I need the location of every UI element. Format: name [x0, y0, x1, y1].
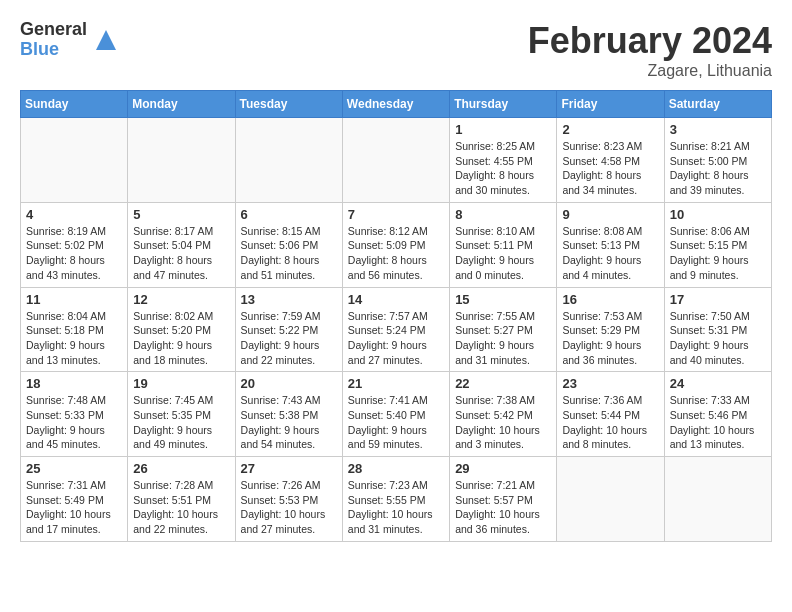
calendar-week-row: 4Sunrise: 8:19 AM Sunset: 5:02 PM Daylig…	[21, 202, 772, 287]
page-header: General Blue February 2024 Zagare, Lithu…	[20, 20, 772, 80]
day-info: Sunrise: 7:38 AM Sunset: 5:42 PM Dayligh…	[455, 393, 551, 452]
day-number: 24	[670, 376, 766, 391]
weekday-header: Thursday	[450, 91, 557, 118]
calendar-cell	[557, 457, 664, 542]
calendar-cell: 4Sunrise: 8:19 AM Sunset: 5:02 PM Daylig…	[21, 202, 128, 287]
day-info: Sunrise: 8:08 AM Sunset: 5:13 PM Dayligh…	[562, 224, 658, 283]
calendar-cell	[664, 457, 771, 542]
calendar-week-row: 1Sunrise: 8:25 AM Sunset: 4:55 PM Daylig…	[21, 118, 772, 203]
logo-general-text: General	[20, 20, 87, 40]
calendar-cell: 3Sunrise: 8:21 AM Sunset: 5:00 PM Daylig…	[664, 118, 771, 203]
calendar-cell: 2Sunrise: 8:23 AM Sunset: 4:58 PM Daylig…	[557, 118, 664, 203]
day-info: Sunrise: 7:57 AM Sunset: 5:24 PM Dayligh…	[348, 309, 444, 368]
day-info: Sunrise: 7:59 AM Sunset: 5:22 PM Dayligh…	[241, 309, 337, 368]
day-number: 26	[133, 461, 229, 476]
svg-marker-0	[96, 30, 116, 50]
day-number: 17	[670, 292, 766, 307]
day-number: 5	[133, 207, 229, 222]
day-info: Sunrise: 8:02 AM Sunset: 5:20 PM Dayligh…	[133, 309, 229, 368]
day-number: 4	[26, 207, 122, 222]
calendar-cell: 15Sunrise: 7:55 AM Sunset: 5:27 PM Dayli…	[450, 287, 557, 372]
day-info: Sunrise: 8:15 AM Sunset: 5:06 PM Dayligh…	[241, 224, 337, 283]
calendar-week-row: 25Sunrise: 7:31 AM Sunset: 5:49 PM Dayli…	[21, 457, 772, 542]
calendar-cell: 10Sunrise: 8:06 AM Sunset: 5:15 PM Dayli…	[664, 202, 771, 287]
calendar-cell: 19Sunrise: 7:45 AM Sunset: 5:35 PM Dayli…	[128, 372, 235, 457]
weekday-header: Wednesday	[342, 91, 449, 118]
calendar-week-row: 18Sunrise: 7:48 AM Sunset: 5:33 PM Dayli…	[21, 372, 772, 457]
day-info: Sunrise: 7:21 AM Sunset: 5:57 PM Dayligh…	[455, 478, 551, 537]
day-info: Sunrise: 7:53 AM Sunset: 5:29 PM Dayligh…	[562, 309, 658, 368]
month-year-title: February 2024	[528, 20, 772, 62]
calendar-cell: 20Sunrise: 7:43 AM Sunset: 5:38 PM Dayli…	[235, 372, 342, 457]
day-info: Sunrise: 7:50 AM Sunset: 5:31 PM Dayligh…	[670, 309, 766, 368]
day-number: 20	[241, 376, 337, 391]
logo-icon	[91, 25, 121, 55]
day-number: 1	[455, 122, 551, 137]
calendar-cell: 8Sunrise: 8:10 AM Sunset: 5:11 PM Daylig…	[450, 202, 557, 287]
day-info: Sunrise: 8:25 AM Sunset: 4:55 PM Dayligh…	[455, 139, 551, 198]
calendar-cell: 27Sunrise: 7:26 AM Sunset: 5:53 PM Dayli…	[235, 457, 342, 542]
calendar-cell: 13Sunrise: 7:59 AM Sunset: 5:22 PM Dayli…	[235, 287, 342, 372]
calendar-cell: 24Sunrise: 7:33 AM Sunset: 5:46 PM Dayli…	[664, 372, 771, 457]
day-info: Sunrise: 7:23 AM Sunset: 5:55 PM Dayligh…	[348, 478, 444, 537]
day-info: Sunrise: 7:43 AM Sunset: 5:38 PM Dayligh…	[241, 393, 337, 452]
day-number: 8	[455, 207, 551, 222]
calendar-cell	[342, 118, 449, 203]
weekday-header: Sunday	[21, 91, 128, 118]
day-info: Sunrise: 7:26 AM Sunset: 5:53 PM Dayligh…	[241, 478, 337, 537]
calendar-cell	[21, 118, 128, 203]
calendar-cell: 25Sunrise: 7:31 AM Sunset: 5:49 PM Dayli…	[21, 457, 128, 542]
calendar-cell: 22Sunrise: 7:38 AM Sunset: 5:42 PM Dayli…	[450, 372, 557, 457]
day-number: 27	[241, 461, 337, 476]
day-number: 22	[455, 376, 551, 391]
day-info: Sunrise: 8:21 AM Sunset: 5:00 PM Dayligh…	[670, 139, 766, 198]
weekday-header: Saturday	[664, 91, 771, 118]
calendar-header-row: SundayMondayTuesdayWednesdayThursdayFrid…	[21, 91, 772, 118]
day-info: Sunrise: 7:36 AM Sunset: 5:44 PM Dayligh…	[562, 393, 658, 452]
day-info: Sunrise: 7:41 AM Sunset: 5:40 PM Dayligh…	[348, 393, 444, 452]
calendar-cell: 23Sunrise: 7:36 AM Sunset: 5:44 PM Dayli…	[557, 372, 664, 457]
day-number: 21	[348, 376, 444, 391]
weekday-header: Tuesday	[235, 91, 342, 118]
calendar-cell: 29Sunrise: 7:21 AM Sunset: 5:57 PM Dayli…	[450, 457, 557, 542]
day-number: 6	[241, 207, 337, 222]
calendar-cell: 11Sunrise: 8:04 AM Sunset: 5:18 PM Dayli…	[21, 287, 128, 372]
day-number: 28	[348, 461, 444, 476]
day-info: Sunrise: 8:17 AM Sunset: 5:04 PM Dayligh…	[133, 224, 229, 283]
calendar-cell: 17Sunrise: 7:50 AM Sunset: 5:31 PM Dayli…	[664, 287, 771, 372]
calendar-cell: 5Sunrise: 8:17 AM Sunset: 5:04 PM Daylig…	[128, 202, 235, 287]
calendar-week-row: 11Sunrise: 8:04 AM Sunset: 5:18 PM Dayli…	[21, 287, 772, 372]
day-info: Sunrise: 7:48 AM Sunset: 5:33 PM Dayligh…	[26, 393, 122, 452]
calendar-cell	[235, 118, 342, 203]
weekday-header: Friday	[557, 91, 664, 118]
day-info: Sunrise: 7:31 AM Sunset: 5:49 PM Dayligh…	[26, 478, 122, 537]
calendar-cell	[128, 118, 235, 203]
calendar-cell: 1Sunrise: 8:25 AM Sunset: 4:55 PM Daylig…	[450, 118, 557, 203]
day-number: 13	[241, 292, 337, 307]
day-number: 3	[670, 122, 766, 137]
weekday-header: Monday	[128, 91, 235, 118]
day-info: Sunrise: 7:33 AM Sunset: 5:46 PM Dayligh…	[670, 393, 766, 452]
day-info: Sunrise: 7:28 AM Sunset: 5:51 PM Dayligh…	[133, 478, 229, 537]
day-number: 14	[348, 292, 444, 307]
calendar-cell: 21Sunrise: 7:41 AM Sunset: 5:40 PM Dayli…	[342, 372, 449, 457]
calendar-cell: 6Sunrise: 8:15 AM Sunset: 5:06 PM Daylig…	[235, 202, 342, 287]
calendar-cell: 16Sunrise: 7:53 AM Sunset: 5:29 PM Dayli…	[557, 287, 664, 372]
day-info: Sunrise: 7:45 AM Sunset: 5:35 PM Dayligh…	[133, 393, 229, 452]
day-number: 16	[562, 292, 658, 307]
day-number: 15	[455, 292, 551, 307]
calendar-cell: 12Sunrise: 8:02 AM Sunset: 5:20 PM Dayli…	[128, 287, 235, 372]
day-number: 12	[133, 292, 229, 307]
day-info: Sunrise: 8:23 AM Sunset: 4:58 PM Dayligh…	[562, 139, 658, 198]
logo-blue-text: Blue	[20, 40, 87, 60]
day-number: 29	[455, 461, 551, 476]
day-number: 7	[348, 207, 444, 222]
calendar-cell: 7Sunrise: 8:12 AM Sunset: 5:09 PM Daylig…	[342, 202, 449, 287]
day-info: Sunrise: 8:06 AM Sunset: 5:15 PM Dayligh…	[670, 224, 766, 283]
location-subtitle: Zagare, Lithuania	[528, 62, 772, 80]
title-block: February 2024 Zagare, Lithuania	[528, 20, 772, 80]
day-number: 19	[133, 376, 229, 391]
calendar-cell: 26Sunrise: 7:28 AM Sunset: 5:51 PM Dayli…	[128, 457, 235, 542]
day-info: Sunrise: 8:04 AM Sunset: 5:18 PM Dayligh…	[26, 309, 122, 368]
calendar-cell: 9Sunrise: 8:08 AM Sunset: 5:13 PM Daylig…	[557, 202, 664, 287]
